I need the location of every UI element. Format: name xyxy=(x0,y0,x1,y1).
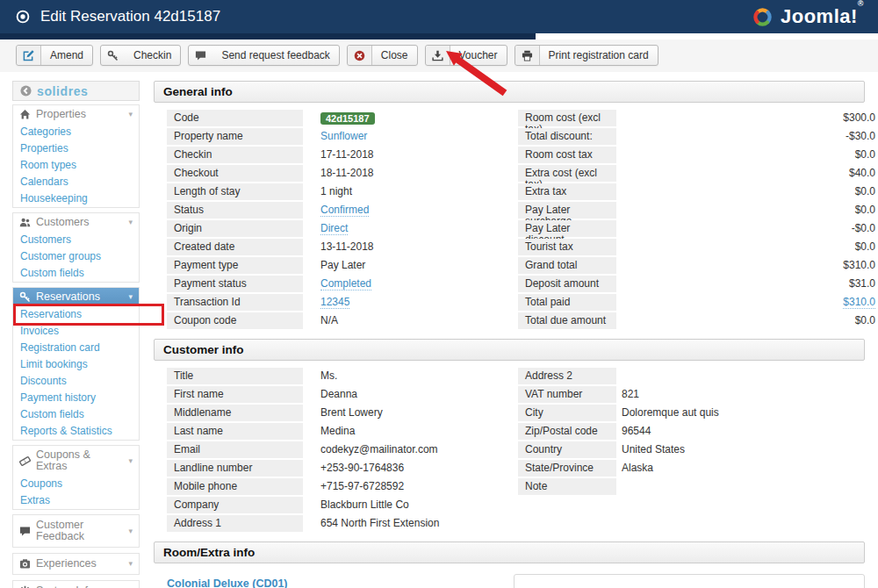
value-editable-link[interactable]: $310.0 xyxy=(843,296,875,309)
sidebar-item-customer-groups[interactable]: Customer groups xyxy=(13,248,139,265)
checkin-button[interactable]: Checkin xyxy=(100,45,181,66)
voucher-button[interactable]: Voucher xyxy=(425,45,507,66)
field-label: Grand total xyxy=(518,257,616,274)
info-row: Tourist tax$0.0 xyxy=(518,239,875,255)
sidebar-item-reports-statistics[interactable]: Reports & Statistics xyxy=(13,423,139,440)
value-text: 13-11-2018 xyxy=(320,240,374,253)
field-value: Sunflower xyxy=(303,128,518,145)
field-value: $40.0 xyxy=(616,165,875,182)
field-label: City xyxy=(518,405,616,421)
general-info-body: Code42d15187Property nameSunflowerChecki… xyxy=(154,110,875,331)
value-text: codekyz@mailinator.com xyxy=(320,443,438,455)
value-text: $0.0 xyxy=(855,204,875,216)
field-value: 12345 xyxy=(303,294,518,311)
chevron-down-icon: ▾ xyxy=(128,558,133,570)
info-row: Code42d15187 xyxy=(167,110,518,126)
comment-icon xyxy=(189,46,212,65)
value-text: N/A xyxy=(320,314,338,326)
field-value: 18-11-2018 xyxy=(303,165,518,182)
sidebar-item-payment-history[interactable]: Payment history xyxy=(13,390,139,406)
value-text: Alaska xyxy=(622,462,653,474)
sidebar-item-extras[interactable]: Extras xyxy=(13,492,139,509)
room-extra-panel xyxy=(514,574,865,588)
field-label: Pay Later surcharge xyxy=(518,202,616,219)
sidebar-item-properties[interactable]: Properties xyxy=(13,140,139,157)
sidebar-item-housekeeping[interactable]: Housekeeping xyxy=(13,190,139,207)
sidebar-item-discounts[interactable]: Discounts xyxy=(13,373,139,390)
sidebar-section-customer-feedback: Customer Feedback▾ xyxy=(12,514,140,548)
field-label: Code xyxy=(167,110,303,126)
value-text: $0.0 xyxy=(855,148,875,161)
info-row: Address 2 xyxy=(518,368,875,384)
field-value: $31.0 xyxy=(616,276,875,292)
value-editable-link[interactable]: Confirmed xyxy=(320,204,369,217)
general-info-right-column: Room cost (excl tax)$300.0Total discount… xyxy=(518,110,875,331)
sidebar-section-properties: Properties▾CategoriesPropertiesRoom type… xyxy=(12,104,140,208)
code-badge: 42d15187 xyxy=(320,112,375,125)
field-label: Checkout xyxy=(167,165,303,182)
field-value: Brent Lowery xyxy=(303,405,518,421)
sidebar-section-header-customers[interactable]: Customers▾ xyxy=(13,213,139,232)
sidebar-item-categories[interactable]: Categories xyxy=(13,124,139,140)
sidebar-item-calendars[interactable]: Calendars xyxy=(13,174,139,190)
info-row: Deposit amount$31.0 xyxy=(518,276,875,292)
field-label: Landline number xyxy=(167,460,303,477)
sidebar-section-header-system-info[interactable]: System Info▾ xyxy=(13,581,139,588)
field-value: United States xyxy=(616,441,875,458)
amend-button[interactable]: Amend xyxy=(16,45,93,66)
solidres-logo-text: solidres xyxy=(37,84,89,98)
solidres-logo[interactable]: solidres xyxy=(12,81,140,101)
info-row: Transaction Id12345 xyxy=(167,294,518,311)
close-button[interactable]: Close xyxy=(347,45,418,66)
edit-icon xyxy=(17,46,41,65)
value-text: $40.0 xyxy=(849,167,875,179)
field-label: Title xyxy=(167,368,303,384)
field-value: $0.0 xyxy=(616,202,875,219)
send-request-feedback-button[interactable]: Send request feedback xyxy=(188,45,339,66)
sidebar-item-limit-bookings[interactable]: Limit bookings xyxy=(13,356,139,373)
section-label: Coupons & Extras xyxy=(36,449,123,472)
field-label: Total due amount xyxy=(518,312,616,329)
value-text: +715-97-6728592 xyxy=(320,480,404,492)
print-registration-card-button[interactable]: Print registration card xyxy=(515,45,658,66)
field-label: Extra tax xyxy=(518,183,616,200)
section-label: Experiences xyxy=(36,558,97,570)
sidebar-section-header-experiences[interactable]: Experiences▾ xyxy=(13,554,139,574)
sidebar-item-customers[interactable]: Customers xyxy=(13,232,139,248)
field-value: Pay Later xyxy=(303,257,518,274)
sidebar-item-coupons[interactable]: Coupons xyxy=(13,476,139,492)
sidebar-item-custom-fields[interactable]: Custom fields xyxy=(13,265,139,282)
field-label: Company xyxy=(167,497,303,513)
value-link[interactable]: Sunflower xyxy=(320,130,367,142)
field-label: Total discount: xyxy=(518,128,616,145)
field-value: $0.0 xyxy=(616,239,875,255)
field-label: Transaction Id xyxy=(167,294,303,311)
sidebar-section-header-customer-feedback[interactable]: Customer Feedback▾ xyxy=(13,515,139,547)
field-value: Medina xyxy=(303,423,518,440)
room-type-link[interactable]: Colonial Deluxe (CD01) xyxy=(167,577,288,588)
value-editable-link[interactable]: Direct xyxy=(320,222,348,235)
field-label: Length of stay xyxy=(167,183,303,200)
sidebar-item-room-types[interactable]: Room types xyxy=(13,157,139,174)
sidebar-section-header-properties[interactable]: Properties▾ xyxy=(13,105,139,124)
chevron-down-icon: ▾ xyxy=(128,291,133,303)
sidebar-section-experiences: Experiences▾ xyxy=(12,553,140,575)
sidebar-item-registration-card[interactable]: Registration card xyxy=(13,340,139,356)
field-label: First name xyxy=(167,386,303,403)
field-value: Direct xyxy=(303,220,518,237)
info-row: Room cost tax$0.0 xyxy=(518,147,875,163)
field-value: Alaska xyxy=(616,460,875,477)
field-value: -$30.0 xyxy=(616,128,875,145)
chevron-down-icon: ▾ xyxy=(128,526,133,537)
value-editable-link[interactable]: Completed xyxy=(320,277,371,290)
sidebar-item-custom-fields[interactable]: Custom fields xyxy=(13,406,139,423)
sidebar-section-header-coupons-extras[interactable]: Coupons & Extras▾ xyxy=(13,446,139,476)
field-label: Payment status xyxy=(167,276,303,292)
field-value: -$0.0 xyxy=(616,220,875,237)
chevron-down-icon: ▾ xyxy=(128,217,133,228)
value-editable-link[interactable]: 12345 xyxy=(320,296,349,309)
joomla-logo: Joomla!® xyxy=(752,0,864,33)
field-label: Middlename xyxy=(167,405,303,421)
field-label: Checkin xyxy=(167,147,303,163)
page-title: Edit Reservation 42d15187 xyxy=(40,8,220,25)
